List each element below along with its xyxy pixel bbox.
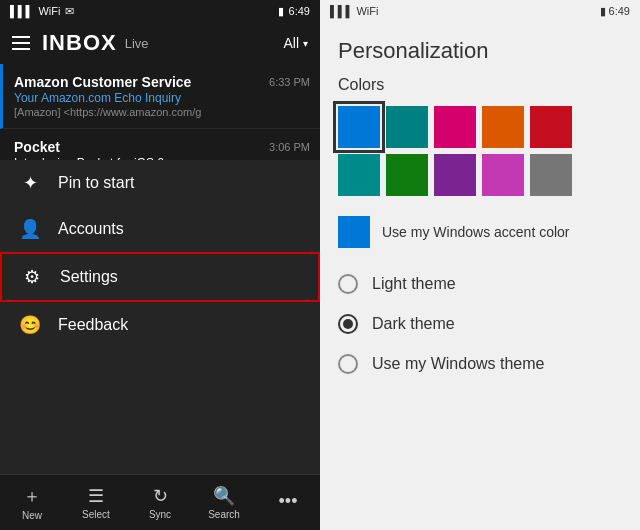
- hamburger-menu[interactable]: [12, 36, 30, 50]
- inbox-title: INBOX: [42, 30, 117, 56]
- search-icon: 🔍: [213, 485, 235, 507]
- menu-label-feedback: Feedback: [58, 316, 128, 334]
- left-panel: ▌▌▌ WiFi ✉ ▮ 6:49 INBOX Live All ▾ Amazo…: [0, 0, 320, 530]
- email-subject: Your Amazon.com Echo Inquiry: [14, 91, 306, 105]
- pin-icon: ✦: [18, 172, 42, 194]
- signal-icon-right: ▌▌▌: [330, 5, 353, 17]
- email-time: 3:06 PM: [269, 141, 310, 153]
- color-row-1: [338, 106, 622, 148]
- sync-label: Sync: [149, 509, 171, 520]
- status-bar-left: ▌▌▌ WiFi ✉ ▮ 6:49: [0, 0, 320, 22]
- colors-section-title: Colors: [320, 72, 640, 102]
- menu-label-settings: Settings: [60, 268, 118, 286]
- wifi-icon-right: WiFi: [356, 5, 378, 17]
- email-time: 6:33 PM: [269, 76, 310, 88]
- settings-icon: ⚙: [20, 266, 44, 288]
- more-icon: •••: [279, 491, 298, 512]
- time-left: 6:49: [289, 5, 310, 17]
- new-button[interactable]: ＋ New: [7, 484, 57, 521]
- color-swatch-purple[interactable]: [434, 154, 476, 196]
- feedback-icon: 😊: [18, 314, 42, 336]
- color-swatch-blue[interactable]: [338, 106, 380, 148]
- new-icon: ＋: [23, 484, 41, 508]
- color-row-2: [338, 154, 622, 196]
- color-swatch-red[interactable]: [530, 106, 572, 148]
- message-icon: ✉: [65, 5, 74, 18]
- accounts-icon: 👤: [18, 218, 42, 240]
- new-label: New: [22, 510, 42, 521]
- radio-light[interactable]: [338, 274, 358, 294]
- color-swatch-teal[interactable]: [386, 106, 428, 148]
- theme-option-windows[interactable]: Use my Windows theme: [338, 344, 622, 384]
- light-theme-label: Light theme: [372, 275, 456, 293]
- accent-color-row[interactable]: Use my Windows accent color: [320, 208, 640, 256]
- color-swatch-gray[interactable]: [530, 154, 572, 196]
- time-right: 6:49: [609, 5, 630, 17]
- right-status-right-icons: ▮ 6:49: [600, 5, 630, 18]
- menu-item-pin[interactable]: ✦ Pin to start: [0, 160, 320, 206]
- right-status-icons: ▮ 6:49: [278, 5, 310, 18]
- filter-dropdown[interactable]: All ▾: [283, 35, 308, 51]
- bottom-bar: ＋ New ☰ Select ↻ Sync 🔍 Search •••: [0, 474, 320, 530]
- theme-option-dark[interactable]: Dark theme: [338, 304, 622, 344]
- theme-option-light[interactable]: Light theme: [338, 264, 622, 304]
- accent-color-square: [338, 216, 370, 248]
- inbox-header: INBOX Live All ▾: [0, 22, 320, 64]
- color-swatch-pink[interactable]: [434, 106, 476, 148]
- more-button[interactable]: •••: [263, 491, 313, 514]
- email-sender: Pocket: [14, 139, 306, 155]
- signal-icon: ▌▌▌: [10, 5, 33, 17]
- sync-icon: ↻: [153, 485, 168, 507]
- search-button[interactable]: 🔍 Search: [199, 485, 249, 520]
- windows-theme-label: Use my Windows theme: [372, 355, 545, 373]
- chevron-down-icon: ▾: [303, 38, 308, 49]
- accent-label: Use my Windows accent color: [382, 224, 570, 240]
- select-button[interactable]: ☰ Select: [71, 485, 121, 520]
- menu-label-accounts: Accounts: [58, 220, 124, 238]
- color-swatch-orange[interactable]: [482, 106, 524, 148]
- email-sender: Amazon Customer Service: [14, 74, 306, 90]
- search-label: Search: [208, 509, 240, 520]
- radio-windows[interactable]: [338, 354, 358, 374]
- battery-icon-right: ▮: [600, 5, 606, 17]
- right-panel: ▌▌▌ WiFi ▮ 6:49 Personalization Colors U…: [320, 0, 640, 530]
- color-swatch-green[interactable]: [386, 154, 428, 196]
- theme-options: Light theme Dark theme Use my Windows th…: [320, 256, 640, 392]
- live-badge: Live: [125, 36, 149, 51]
- menu-item-accounts[interactable]: 👤 Accounts: [0, 206, 320, 252]
- status-bar-right: ▌▌▌ WiFi ▮ 6:49: [320, 0, 640, 22]
- menu-label-pin: Pin to start: [58, 174, 134, 192]
- color-grid: [320, 102, 640, 208]
- select-icon: ☰: [88, 485, 104, 507]
- color-swatch-magenta[interactable]: [482, 154, 524, 196]
- personalization-title: Personalization: [320, 22, 640, 72]
- email-item-amazon[interactable]: Amazon Customer Service Your Amazon.com …: [0, 64, 320, 129]
- sync-button[interactable]: ↻ Sync: [135, 485, 185, 520]
- menu-item-settings[interactable]: ⚙ Settings: [0, 252, 320, 302]
- wifi-icon: WiFi: [38, 5, 60, 17]
- right-status-left-icons: ▌▌▌ WiFi: [330, 5, 378, 17]
- dark-theme-label: Dark theme: [372, 315, 455, 333]
- battery-icon: ▮: [278, 5, 284, 18]
- left-status-icons: ▌▌▌ WiFi ✉: [10, 5, 74, 18]
- email-preview: [Amazon] <https://www.amazon.com/g: [14, 106, 244, 118]
- radio-dark[interactable]: [338, 314, 358, 334]
- menu-item-feedback[interactable]: 😊 Feedback: [0, 302, 320, 348]
- color-swatch-darkteal[interactable]: [338, 154, 380, 196]
- select-label: Select: [82, 509, 110, 520]
